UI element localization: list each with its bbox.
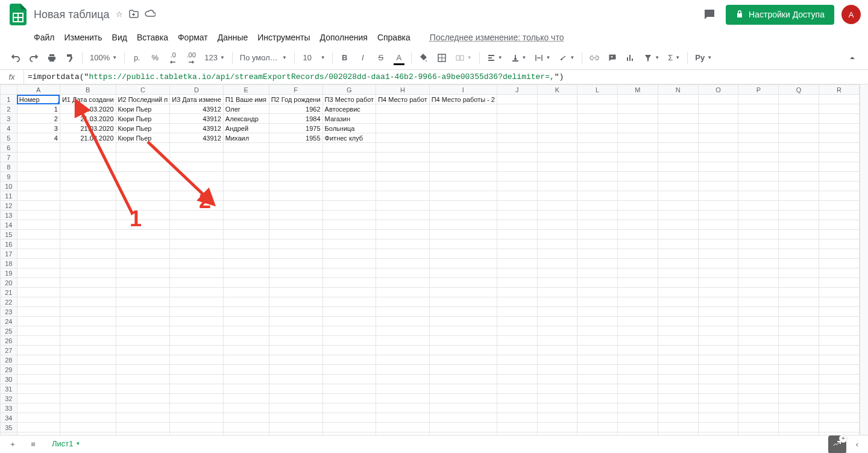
cell-R18[interactable]: [819, 259, 860, 268]
cell-A15[interactable]: [17, 230, 60, 239]
row-header-26[interactable]: 26: [1, 336, 17, 346]
cell-K27[interactable]: [537, 346, 577, 355]
cell-O22[interactable]: [698, 297, 738, 307]
col-header-J[interactable]: J: [497, 85, 537, 95]
row-header-12[interactable]: 12: [1, 201, 17, 211]
row-header-32[interactable]: 32: [1, 394, 17, 404]
cell-N28[interactable]: [658, 355, 698, 365]
wrap-button[interactable]: ▼: [531, 51, 554, 65]
cell-A31[interactable]: [17, 384, 60, 394]
cell-Q35[interactable]: [779, 423, 819, 432]
cell-Q6[interactable]: [779, 143, 819, 153]
cell-C14[interactable]: [116, 220, 170, 230]
row-header-2[interactable]: 2: [1, 104, 17, 114]
cell-J11[interactable]: [497, 191, 537, 201]
cell-L17[interactable]: [577, 249, 618, 259]
cell-I5[interactable]: [429, 133, 497, 143]
cell-G24[interactable]: [322, 317, 376, 326]
cell-P5[interactable]: [738, 133, 779, 143]
cell-H30[interactable]: [376, 375, 430, 384]
cell-G32[interactable]: [322, 394, 376, 404]
cell-P6[interactable]: [738, 143, 779, 153]
cell-Q14[interactable]: [779, 220, 819, 230]
halign-button[interactable]: ▼: [483, 51, 506, 65]
cell-N22[interactable]: [658, 297, 698, 307]
cell-E30[interactable]: [223, 375, 269, 384]
cell-K8[interactable]: [537, 162, 577, 172]
cell-E9[interactable]: [223, 172, 269, 182]
cell-H7[interactable]: [376, 153, 430, 162]
cell-B27[interactable]: [60, 346, 116, 355]
cell-J22[interactable]: [497, 297, 537, 307]
cell-G6[interactable]: [322, 143, 376, 153]
cell-B14[interactable]: [60, 220, 116, 230]
cell-L2[interactable]: [577, 104, 618, 114]
cell-C20[interactable]: [116, 278, 170, 288]
cell-B21[interactable]: [60, 288, 116, 297]
cell-M27[interactable]: [617, 346, 658, 355]
cell-L31[interactable]: [577, 384, 618, 394]
cell-Q24[interactable]: [779, 317, 819, 326]
cell-R9[interactable]: [819, 172, 860, 182]
cell-C16[interactable]: [116, 239, 170, 249]
cell-F15[interactable]: [269, 230, 322, 239]
cell-L24[interactable]: [577, 317, 618, 326]
cell-N3[interactable]: [658, 114, 698, 124]
cell-H28[interactable]: [376, 355, 430, 365]
cell-N31[interactable]: [658, 384, 698, 394]
col-header-C[interactable]: C: [116, 85, 170, 95]
cell-I24[interactable]: [429, 317, 497, 326]
cell-Q28[interactable]: [779, 355, 819, 365]
cell-L22[interactable]: [577, 297, 618, 307]
cell-E12[interactable]: [223, 201, 269, 211]
cell-M25[interactable]: [617, 326, 658, 336]
cell-M13[interactable]: [617, 211, 658, 220]
cell-N33[interactable]: [658, 404, 698, 413]
cell-J1[interactable]: [497, 95, 537, 104]
cell-F29[interactable]: [269, 365, 322, 375]
cell-D7[interactable]: [170, 153, 224, 162]
cell-E22[interactable]: [223, 297, 269, 307]
cell-D30[interactable]: [170, 375, 224, 384]
last-change[interactable]: Последнее изменение: только что: [430, 33, 564, 42]
cell-C5[interactable]: Кюри Пьер: [116, 133, 170, 143]
cell-E21[interactable]: [223, 288, 269, 297]
cell-B3[interactable]: 21.03.2020: [60, 114, 116, 124]
cell-P28[interactable]: [738, 355, 779, 365]
cell-A19[interactable]: [17, 268, 60, 278]
print-button[interactable]: [43, 49, 60, 66]
cell-C29[interactable]: [116, 365, 170, 375]
col-header-E[interactable]: E: [223, 85, 269, 95]
cell-E6[interactable]: [223, 143, 269, 153]
cell-I13[interactable]: [429, 211, 497, 220]
undo-button[interactable]: [7, 49, 24, 66]
cell-L29[interactable]: [577, 365, 618, 375]
cell-D32[interactable]: [170, 394, 224, 404]
cell-J29[interactable]: [497, 365, 537, 375]
cell-I35[interactable]: [429, 423, 497, 432]
cell-E13[interactable]: [223, 211, 269, 220]
cell-K14[interactable]: [537, 220, 577, 230]
cell-H34[interactable]: [376, 413, 430, 423]
menu-edit[interactable]: Изменить: [64, 33, 102, 42]
cell-G21[interactable]: [322, 288, 376, 297]
cell-H25[interactable]: [376, 326, 430, 336]
cell-L18[interactable]: [577, 259, 618, 268]
cell-I11[interactable]: [429, 191, 497, 201]
cell-N10[interactable]: [658, 182, 698, 191]
cell-D11[interactable]: [170, 191, 224, 201]
cell-H35[interactable]: [376, 423, 430, 432]
cell-I19[interactable]: [429, 268, 497, 278]
formula-input[interactable]: =importdata("https://public.tabletka.io/…: [24, 72, 868, 81]
cell-P35[interactable]: [738, 423, 779, 432]
cell-M12[interactable]: [617, 201, 658, 211]
cell-K15[interactable]: [537, 230, 577, 239]
cell-E4[interactable]: Андрей: [223, 124, 269, 133]
cell-B4[interactable]: 21.03.2020: [60, 124, 116, 133]
cell-O6[interactable]: [698, 143, 738, 153]
cell-A16[interactable]: [17, 239, 60, 249]
merge-cells-button[interactable]: ▼: [451, 51, 476, 65]
cell-B7[interactable]: [60, 153, 116, 162]
cell-H21[interactable]: [376, 288, 430, 297]
cell-R20[interactable]: [819, 278, 860, 288]
